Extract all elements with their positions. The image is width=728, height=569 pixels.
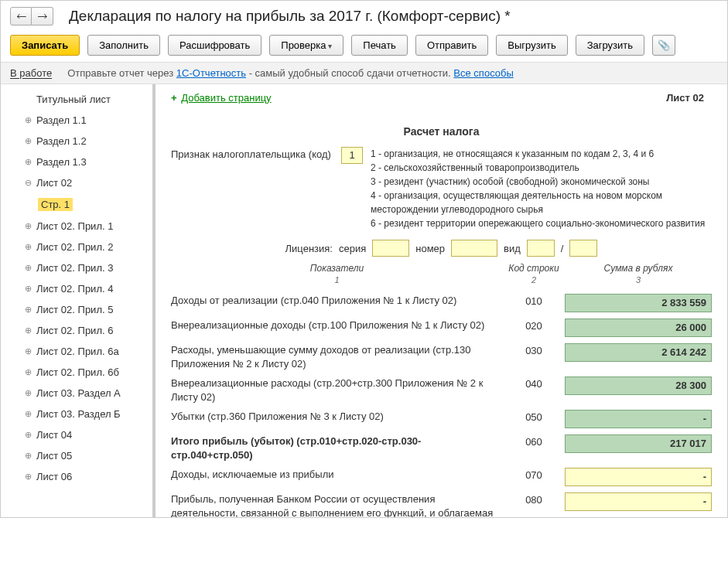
row-code: 060 xyxy=(503,434,565,448)
status-text: Отправьте отчет через 1С-Отчетность - са… xyxy=(67,67,514,79)
table-header: Показатели Код строки Сумма в рублях xyxy=(171,263,712,274)
license-type-label: вид xyxy=(504,243,521,254)
row-value-input[interactable]: 2 614 242 xyxy=(565,343,712,362)
tree-section-1-3[interactable]: ⊕Раздел 1.3 xyxy=(1,152,152,172)
tree-section-1-1[interactable]: ⊕Раздел 1.1 xyxy=(1,110,152,131)
expand-icon[interactable]: ⊕ xyxy=(22,263,33,274)
expand-icon[interactable]: ⊕ xyxy=(22,242,33,253)
check-button[interactable]: Проверка xyxy=(269,35,343,56)
toolbar: Записать Заполнить Расшифровать Проверка… xyxy=(1,29,727,62)
license-number-label: номер xyxy=(415,243,445,254)
expand-icon[interactable]: ⊕ xyxy=(22,409,33,420)
tree-sheet-02-app6[interactable]: ⊕Лист 02. Прил. 6 xyxy=(1,320,152,341)
license-label: Лицензия: xyxy=(285,243,333,254)
expand-icon[interactable]: ⊕ xyxy=(22,115,33,126)
expand-icon[interactable]: ⊕ xyxy=(22,430,33,441)
row-value-input[interactable]: 28 300 xyxy=(565,376,712,395)
row-code: 050 xyxy=(503,410,565,423)
tree-sheet-03-a[interactable]: ⊕Лист 03. Раздел А xyxy=(1,383,152,404)
expand-icon[interactable]: ⊕ xyxy=(22,451,33,462)
tree-sheet-02-page1[interactable]: Стр. 1 xyxy=(1,193,152,216)
table-row: Расходы, уменьшающие сумму доходов от ре… xyxy=(171,340,712,373)
row-desc: Доходы, исключаемые из прибыли xyxy=(171,468,503,482)
tree-sheet-02-app3[interactable]: ⊕Лист 02. Прил. 3 xyxy=(1,257,152,278)
row-code: 010 xyxy=(503,294,565,307)
tree-sheet-02-app4[interactable]: ⊕Лист 02. Прил. 4 xyxy=(1,278,152,299)
taxpayer-label: Признак налогоплательщика (код) xyxy=(171,147,333,160)
forward-button[interactable]: 🡒 xyxy=(32,7,53,26)
decode-button[interactable]: Расшифровать xyxy=(168,35,261,56)
row-value-input[interactable]: 217 017 xyxy=(565,434,712,453)
tree-sheet-02-app1[interactable]: ⊕Лист 02. Прил. 1 xyxy=(1,216,152,237)
expand-icon[interactable]: ⊕ xyxy=(22,136,33,147)
tree-sheet-04[interactable]: ⊕Лист 04 xyxy=(1,424,152,445)
link-1c[interactable]: 1С-Отчетность xyxy=(176,67,246,79)
expand-icon[interactable]: ⊕ xyxy=(22,221,33,232)
tree-sheet-02-app6a[interactable]: ⊕Лист 02. Прил. 6а xyxy=(1,341,152,362)
table-row: Прибыль, полученная Банком России от осу… xyxy=(171,489,712,517)
row-desc: Внереализационные доходы (стр.100 Прилож… xyxy=(171,319,503,332)
send-button[interactable]: Отправить xyxy=(415,35,488,56)
row-desc: Расходы, уменьшающие сумму доходов от ре… xyxy=(171,343,503,370)
expand-icon[interactable]: ⊕ xyxy=(22,367,33,378)
status-bar: В работе Отправьте отчет через 1С-Отчетн… xyxy=(1,62,727,84)
row-value-input[interactable]: 2 833 559 xyxy=(565,294,712,312)
license-number-input[interactable] xyxy=(451,240,497,257)
expand-icon[interactable]: ⊕ xyxy=(22,157,33,168)
taxpayer-desc: 1 - организация, не относящаяся к указан… xyxy=(371,147,712,230)
table-row: Доходы, исключаемые из прибыли 070 - xyxy=(171,465,712,489)
tree-sheet-02-app6b[interactable]: ⊕Лист 02. Прил. 6б xyxy=(1,362,152,383)
status-state[interactable]: В работе xyxy=(10,67,52,79)
content-area: + Добавить страницу Лист 02 Расчет налог… xyxy=(156,84,727,517)
row-code: 040 xyxy=(503,376,565,390)
row-desc: Доходы от реализации (стр.040 Приложения… xyxy=(171,294,503,308)
collapse-icon[interactable]: ⊖ xyxy=(22,178,33,189)
expand-icon[interactable]: ⊕ xyxy=(22,346,33,357)
row-value-input[interactable]: - xyxy=(565,410,712,428)
table-row: Внереализационные расходы (стр.200+стр.3… xyxy=(171,373,712,407)
print-button[interactable]: Печать xyxy=(351,35,408,56)
sidebar-tree: Титульный лист ⊕Раздел 1.1 ⊕Раздел 1.2 ⊕… xyxy=(1,84,156,517)
row-code: 030 xyxy=(503,343,565,356)
row-code: 080 xyxy=(503,492,565,506)
calc-title: Расчет налога xyxy=(171,125,712,138)
table-row: Итого прибыль (убыток) (стр.010+стр.020-… xyxy=(171,431,712,465)
row-value-input[interactable]: - xyxy=(565,468,712,486)
license-type2-input[interactable] xyxy=(569,240,597,257)
tree-sheet-06[interactable]: ⊕Лист 06 xyxy=(1,466,152,487)
row-desc: Внереализационные расходы (стр.200+стр.3… xyxy=(171,376,503,404)
sheet-label: Лист 02 xyxy=(666,92,704,104)
tree-sheet-02-app2[interactable]: ⊕Лист 02. Прил. 2 xyxy=(1,237,152,257)
row-value-input[interactable]: - xyxy=(565,492,712,511)
add-page-link[interactable]: + Добавить страницу xyxy=(171,92,712,104)
export-button[interactable]: Выгрузить xyxy=(496,35,567,56)
license-series-label: серия xyxy=(339,243,366,254)
row-value-input[interactable]: 26 000 xyxy=(565,319,712,337)
tree-title-sheet[interactable]: Титульный лист xyxy=(1,89,152,110)
write-button[interactable]: Записать xyxy=(10,35,80,56)
expand-icon[interactable]: ⊕ xyxy=(22,305,33,315)
attach-button[interactable]: 📎 xyxy=(652,35,675,56)
import-button[interactable]: Загрузить xyxy=(576,35,644,56)
tree-sheet-05[interactable]: ⊕Лист 05 xyxy=(1,445,152,466)
expand-icon[interactable]: ⊕ xyxy=(22,388,33,399)
link-all-ways[interactable]: Все способы xyxy=(453,67,513,79)
tree-section-1-2[interactable]: ⊕Раздел 1.2 xyxy=(1,131,152,152)
taxpayer-code-input[interactable]: 1 xyxy=(341,147,363,164)
license-series-input[interactable] xyxy=(372,240,409,257)
fill-button[interactable]: Заполнить xyxy=(87,35,160,56)
row-desc: Итого прибыль (убыток) (стр.010+стр.020-… xyxy=(171,434,503,462)
back-button[interactable]: 🡐 xyxy=(10,7,32,26)
table-row: Доходы от реализации (стр.040 Приложения… xyxy=(171,291,712,315)
table-row: Убытки (стр.360 Приложения № 3 к Листу 0… xyxy=(171,407,712,431)
tree-sheet-03-b[interactable]: ⊕Лист 03. Раздел Б xyxy=(1,404,152,424)
tree-sheet-02[interactable]: ⊖Лист 02 xyxy=(1,172,152,193)
tree-sheet-02-app5[interactable]: ⊕Лист 02. Прил. 5 xyxy=(1,299,152,320)
expand-icon[interactable]: ⊕ xyxy=(22,325,33,336)
expand-icon[interactable]: ⊕ xyxy=(22,472,33,482)
row-code: 020 xyxy=(503,319,565,332)
row-code: 070 xyxy=(503,468,565,481)
expand-icon[interactable]: ⊕ xyxy=(22,284,33,295)
row-desc: Прибыль, полученная Банком России от осу… xyxy=(171,492,503,517)
license-type-input[interactable] xyxy=(527,240,555,257)
